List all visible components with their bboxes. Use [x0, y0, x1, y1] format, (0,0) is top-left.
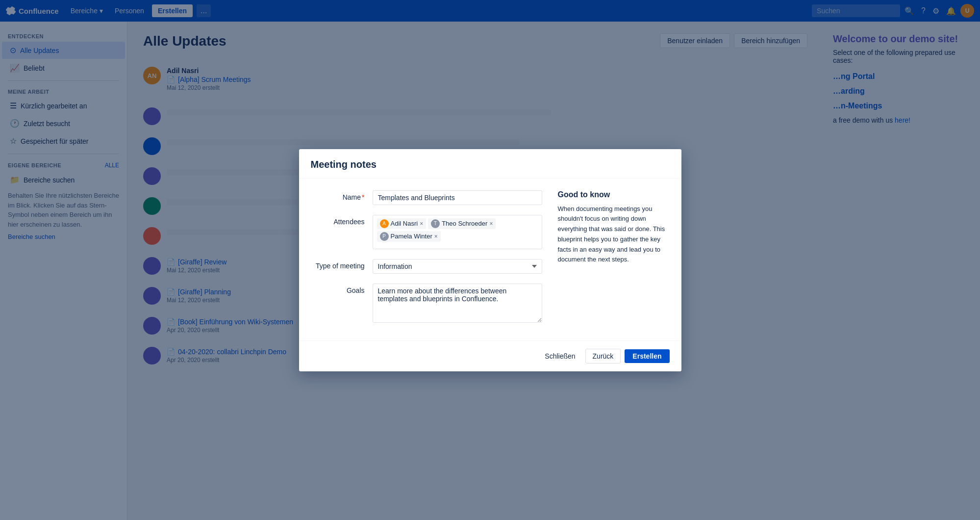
attendee-name-theo: Theo Schroeder — [442, 220, 487, 227]
attendee-avatar-theo: T — [431, 219, 440, 228]
goals-label: Goals — [311, 284, 365, 294]
good-to-know-title: Good to know — [558, 190, 670, 199]
type-label: Type of meeting — [311, 259, 365, 270]
attendee-remove-adil[interactable]: × — [420, 221, 423, 227]
modal-title: Meeting notes — [311, 159, 670, 170]
attendee-avatar-pamela: P — [380, 232, 389, 241]
attendee-remove-pamela[interactable]: × — [434, 234, 438, 239]
modal-overlay[interactable]: Meeting notes Name Attendees A Adil Nasr… — [0, 0, 980, 520]
schliessen-button[interactable]: Schließen — [539, 349, 581, 363]
zurueck-button[interactable]: Zurück — [585, 349, 621, 364]
attendee-tag-pamela: P Pamela Winter × — [377, 231, 441, 242]
name-label: Name — [311, 190, 365, 201]
form-row-name: Name — [311, 190, 542, 205]
modal-body: Name Attendees A Adil Nasri × T — [299, 179, 681, 340]
modal-form: Name Attendees A Adil Nasri × T — [311, 190, 542, 333]
form-row-type: Type of meeting Information Decision Bra… — [311, 259, 542, 274]
meeting-notes-modal: Meeting notes Name Attendees A Adil Nasr… — [299, 149, 681, 371]
name-input[interactable] — [373, 190, 542, 205]
type-select[interactable]: Information Decision Brainstorming Statu… — [373, 259, 542, 274]
form-row-goals: Goals Learn more about the differences b… — [311, 284, 542, 323]
goals-textarea[interactable]: Learn more about the differences between… — [373, 284, 542, 323]
erstellen-modal-button[interactable]: Erstellen — [625, 349, 669, 363]
attendees-label: Attendees — [311, 215, 365, 226]
good-to-know-text: When documenting meetings you shouldn't … — [558, 204, 670, 265]
modal-footer: Schließen Zurück Erstellen — [299, 340, 681, 371]
attendee-name-pamela: Pamela Winter — [391, 233, 432, 240]
attendees-field[interactable]: A Adil Nasri × T Theo Schroeder × P Pame… — [373, 215, 542, 249]
attendee-avatar-adil: A — [380, 219, 389, 228]
form-row-attendees: Attendees A Adil Nasri × T Theo Schroede… — [311, 215, 542, 249]
modal-right-panel: Good to know When documenting meetings y… — [542, 190, 670, 333]
attendee-remove-theo[interactable]: × — [489, 221, 493, 227]
attendee-name-adil: Adil Nasri — [391, 220, 418, 227]
attendee-tag-adil: A Adil Nasri × — [377, 218, 427, 229]
modal-header: Meeting notes — [299, 149, 681, 179]
attendee-tag-theo: T Theo Schroeder × — [428, 218, 496, 229]
